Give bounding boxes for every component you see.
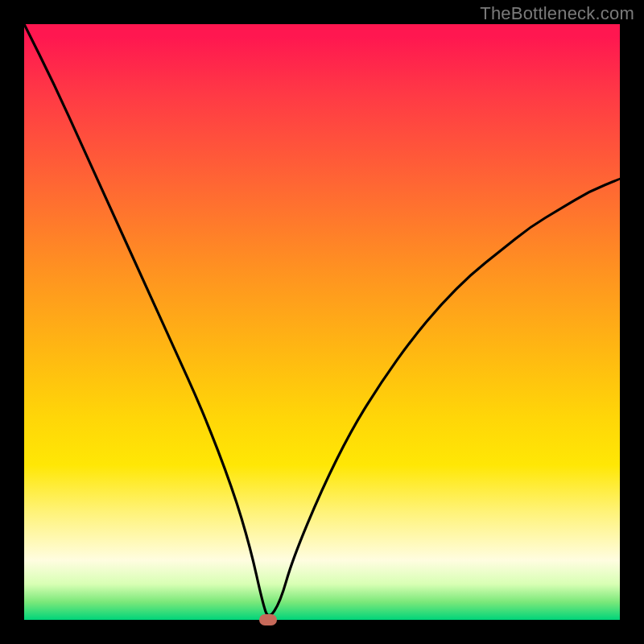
bottleneck-curve xyxy=(24,24,620,615)
curve-svg xyxy=(24,24,620,620)
plot-area xyxy=(24,24,620,620)
optimal-marker xyxy=(259,614,277,625)
watermark-text: TheBottleneck.com xyxy=(480,3,634,24)
chart-frame: TheBottleneck.com xyxy=(0,0,644,644)
